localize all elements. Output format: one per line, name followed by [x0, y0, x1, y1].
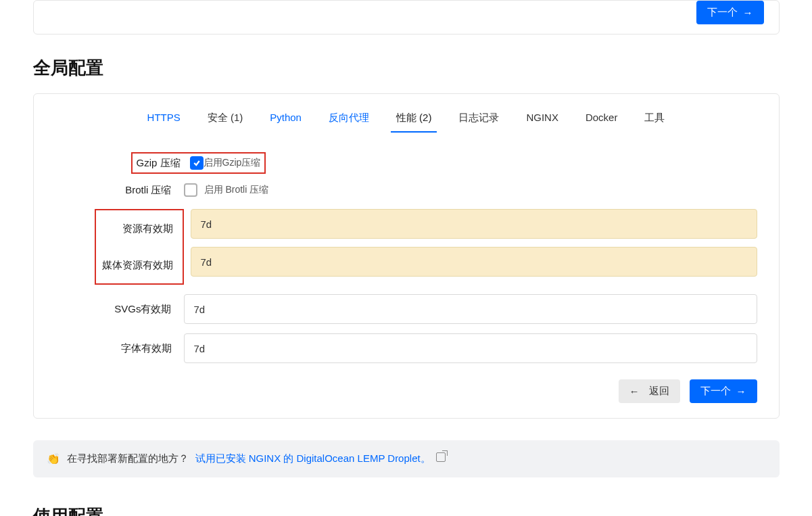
- svgs-expiry-label: SVGs有效期: [55, 303, 184, 316]
- back-button-label: 返回: [649, 385, 669, 398]
- tab-reverse-proxy[interactable]: 反向代理: [327, 105, 371, 133]
- promo-link[interactable]: 试用已安装 NGINX 的 DigitalOcean LEMP Droplet。: [195, 452, 446, 465]
- wave-emoji-icon: 👏: [47, 452, 60, 465]
- media-expiry-label: 媒体资源有效期: [96, 247, 183, 283]
- previous-section-panel: 下一个: [33, 0, 780, 34]
- media-expiry-input[interactable]: [191, 247, 757, 277]
- tab-nginx[interactable]: NGINX: [525, 105, 560, 133]
- gzip-label: Gzip 压缩: [137, 157, 190, 170]
- arrow-right-icon: [736, 385, 746, 397]
- tab-https[interactable]: HTTPS: [146, 105, 182, 133]
- brotli-checkbox-label: 启用 Brotli 压缩: [204, 184, 269, 196]
- tabs: HTTPS 安全 (1) Python 反向代理 性能 (2) 日志记录 NGI…: [49, 105, 764, 133]
- assets-expiry-label: 资源有效期: [96, 210, 183, 247]
- tab-security[interactable]: 安全 (1): [206, 105, 245, 133]
- next-button-top[interactable]: 下一个: [696, 1, 764, 24]
- row-svgs-expiry: SVGs有效期: [55, 294, 757, 324]
- row-fonts-expiry: 字体有效期: [55, 333, 757, 363]
- assets-expiry-input[interactable]: [191, 209, 757, 239]
- global-config-title: 全局配置: [33, 56, 780, 80]
- performance-form: Gzip 压缩 启用Gzip压缩 Brotli 压缩 启用 Brotli 压缩: [49, 152, 764, 403]
- brotli-checkbox[interactable]: [184, 183, 197, 197]
- gzip-checkbox-label: 启用Gzip压缩: [204, 157, 261, 169]
- global-config-panel: HTTPS 安全 (1) Python 反向代理 性能 (2) 日志记录 NGI…: [33, 93, 780, 419]
- tab-performance[interactable]: 性能 (2): [395, 105, 433, 133]
- gzip-checkbox[interactable]: [190, 156, 204, 170]
- fonts-expiry-label: 字体有效期: [55, 342, 184, 355]
- svgs-expiry-input[interactable]: [184, 294, 757, 324]
- arrow-right-icon: [743, 7, 753, 18]
- next-button[interactable]: 下一个: [690, 379, 757, 403]
- highlight-assets-media-labels: 资源有效期 媒体资源有效期: [95, 209, 184, 285]
- tab-tools[interactable]: 工具: [643, 105, 666, 133]
- row-assets-media: 资源有效期 媒体资源有效期: [55, 209, 757, 285]
- next-button-label: 下一个: [700, 385, 731, 398]
- highlight-gzip: Gzip 压缩 启用Gzip压缩: [131, 152, 266, 174]
- back-button[interactable]: 返回: [619, 379, 680, 403]
- check-icon: [193, 159, 201, 167]
- row-brotli: Brotli 压缩 启用 Brotli 压缩: [55, 183, 757, 197]
- promo-banner: 👏 在寻找部署新配置的地方？ 试用已安装 NGINX 的 DigitalOcea…: [33, 440, 780, 477]
- next-button-top-label: 下一个: [707, 6, 738, 19]
- tab-logging[interactable]: 日志记录: [457, 105, 500, 133]
- promo-lead: 在寻找部署新配置的地方？: [67, 452, 189, 465]
- tab-docker[interactable]: Docker: [584, 105, 619, 133]
- promo-link-text: 试用已安装 NGINX 的 DigitalOcean LEMP Droplet。: [195, 452, 431, 464]
- tab-python[interactable]: Python: [268, 105, 303, 133]
- arrow-left-icon: [629, 385, 644, 397]
- external-link-icon: [436, 452, 446, 462]
- footer-actions: 返回 下一个: [55, 379, 757, 403]
- fonts-expiry-input[interactable]: [184, 333, 757, 363]
- row-gzip: Gzip 压缩 启用Gzip压缩: [55, 152, 757, 174]
- brotli-label: Brotli 压缩: [125, 184, 171, 195]
- use-config-title: 使用配置: [33, 505, 780, 516]
